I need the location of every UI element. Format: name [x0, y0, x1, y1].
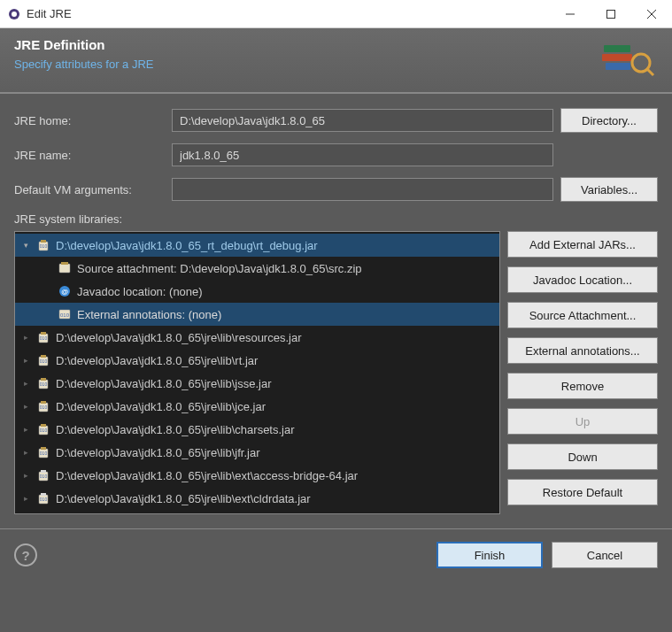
expand-icon[interactable]: ▸ — [20, 378, 31, 389]
jar-icon: 010 — [36, 422, 50, 436]
minimize-button[interactable] — [550, 0, 591, 28]
jre-name-input[interactable] — [172, 143, 553, 166]
cancel-button[interactable]: Cancel — [552, 542, 658, 568]
tree-jar-item[interactable]: ▸010D:\develop\Java\jdk1.8.0_65\jre\lib\… — [15, 372, 499, 395]
tree-child-item[interactable]: Source attachment: D:\develop\Java\jdk1.… — [15, 257, 499, 280]
vm-args-input[interactable] — [172, 178, 553, 201]
libs-buttons: Add External JARs... Javadoc Location...… — [507, 231, 658, 514]
svg-rect-42 — [41, 493, 46, 496]
tree-jar-item[interactable]: ▾010D:\develop\Java\jdk1.8.0_65_rt_debug… — [15, 234, 499, 257]
jar-icon: 010 — [36, 353, 50, 367]
tree-item-label: D:\develop\Java\jdk1.8.0_65\jre\lib\char… — [56, 423, 499, 436]
expand-icon[interactable]: ▸ — [20, 470, 31, 481]
svg-rect-27 — [41, 378, 46, 381]
svg-text:010: 010 — [40, 358, 48, 364]
dialog-title: JRE Definition — [14, 37, 596, 52]
close-button[interactable] — [631, 0, 672, 28]
jre-home-input[interactable] — [172, 109, 553, 132]
tree-item-label: Source attachment: D:\develop\Java\jdk1.… — [77, 262, 499, 275]
dialog-subtitle: Specify attributes for a JRE — [14, 58, 596, 71]
add-external-jars-button[interactable]: Add External JARs... — [507, 231, 658, 258]
expand-icon[interactable]: ▸ — [20, 401, 31, 412]
tree-item-label: Javadoc location: (none) — [77, 285, 499, 298]
jar-icon: 010 — [36, 399, 50, 413]
svg-rect-14 — [59, 264, 70, 273]
svg-rect-21 — [41, 332, 46, 335]
svg-line-10 — [646, 68, 653, 75]
tree-item-label: D:\develop\Java\jdk1.8.0_65\jre\lib\jsse… — [56, 377, 499, 390]
svg-rect-30 — [41, 401, 46, 404]
external-annotations-button[interactable]: External annotations... — [507, 337, 658, 364]
down-button[interactable]: Down — [507, 443, 658, 470]
expand-icon[interactable]: ▸ — [20, 493, 31, 504]
jar-icon: 010 — [36, 238, 50, 252]
finish-button[interactable]: Finish — [436, 542, 543, 568]
annotation-icon: 010 — [58, 307, 72, 321]
svg-text:010: 010 — [40, 497, 48, 502]
app-icon — [7, 7, 21, 21]
svg-rect-3 — [607, 10, 615, 18]
svg-point-1 — [12, 12, 17, 17]
vm-args-label: Default VM arguments: — [14, 183, 165, 197]
tree-jar-item[interactable]: ▸010D:\develop\Java\jdk1.8.0_65\jre\lib\… — [15, 464, 499, 487]
svg-rect-33 — [41, 424, 46, 427]
svg-text:010: 010 — [40, 428, 48, 433]
svg-text:010: 010 — [60, 312, 70, 318]
jar-icon: 010 — [36, 376, 50, 390]
source-icon — [58, 261, 72, 275]
maximize-button[interactable] — [591, 0, 631, 28]
tree-jar-item[interactable]: ▸010D:\develop\Java\jdk1.8.0_65\jre\lib\… — [15, 441, 499, 464]
jre-name-row: JRE name: — [14, 143, 658, 166]
tree-jar-item[interactable]: ▸010D:\develop\Java\jdk1.8.0_65\jre\lib\… — [15, 487, 499, 510]
expand-icon[interactable]: ▸ — [20, 424, 31, 435]
svg-rect-15 — [61, 262, 68, 265]
tree-item-label: External annotations: (none) — [77, 308, 499, 321]
tree-child-item[interactable]: 010External annotations: (none) — [15, 303, 499, 326]
tree-jar-item[interactable]: ▸010D:\develop\Java\jdk1.8.0_65\jre\lib\… — [15, 349, 499, 372]
libs-tree[interactable]: ▾010D:\develop\Java\jdk1.8.0_65_rt_debug… — [14, 231, 500, 514]
window-title: Edit JRE — [27, 7, 550, 20]
tree-child-item[interactable]: @Javadoc location: (none) — [15, 280, 499, 303]
tree-jar-item[interactable]: ▸010D:\develop\Java\jdk1.8.0_65\jre\lib\… — [15, 326, 499, 349]
svg-rect-12 — [41, 240, 46, 243]
up-button[interactable]: Up — [507, 408, 658, 435]
restore-default-button[interactable]: Restore Default — [507, 479, 658, 505]
jar-icon: 010 — [36, 468, 50, 482]
form-area: JRE home: Directory... JRE name: Default… — [0, 94, 672, 528]
javadoc-icon: @ — [58, 284, 72, 298]
tree-item-label: D:\develop\Java\jdk1.8.0_65\jre\lib\reso… — [56, 331, 499, 344]
expand-icon[interactable]: ▸ — [20, 332, 31, 343]
help-icon[interactable]: ? — [14, 543, 37, 566]
dialog-footer: ? Finish Cancel — [0, 528, 672, 581]
svg-text:010: 010 — [40, 335, 48, 341]
svg-text:010: 010 — [40, 451, 48, 456]
libs-area: ▾010D:\develop\Java\jdk1.8.0_65_rt_debug… — [14, 231, 658, 514]
jar-icon: 010 — [36, 330, 50, 344]
vm-args-row: Default VM arguments: Variables... — [14, 177, 658, 202]
jre-home-label: JRE home: — [14, 114, 165, 127]
dialog-header: JRE Definition Specify attributes for a … — [0, 28, 672, 94]
svg-rect-7 — [602, 54, 632, 61]
remove-button[interactable]: Remove — [507, 373, 658, 399]
source-attachment-button[interactable]: Source Attachment... — [507, 302, 658, 328]
tree-item-label: D:\develop\Java\jdk1.8.0_65\jre\lib\ext\… — [56, 469, 499, 482]
tree-item-label: D:\develop\Java\jdk1.8.0_65\jre\lib\jce.… — [56, 400, 499, 413]
svg-text:@: @ — [61, 288, 68, 296]
expand-icon[interactable]: ▸ — [20, 355, 31, 366]
jre-home-row: JRE home: Directory... — [14, 108, 658, 133]
window-titlebar: Edit JRE — [0, 0, 672, 28]
svg-rect-24 — [41, 355, 46, 358]
tree-jar-item[interactable]: ▸010D:\develop\Java\jdk1.8.0_65\jre\lib\… — [15, 418, 499, 441]
jar-icon: 010 — [36, 445, 50, 459]
collapse-icon[interactable]: ▾ — [20, 240, 31, 250]
expand-icon[interactable]: ▸ — [20, 447, 31, 458]
tree-jar-item[interactable]: ▸010D:\develop\Java\jdk1.8.0_65\jre\lib\… — [15, 395, 499, 418]
window-controls — [550, 0, 672, 28]
directory-button[interactable]: Directory... — [560, 108, 658, 133]
javadoc-location-button[interactable]: Javadoc Location... — [507, 266, 658, 293]
jar-icon: 010 — [36, 491, 50, 505]
tree-item-label: D:\develop\Java\jdk1.8.0_65_rt_debug\rt_… — [56, 239, 499, 252]
variables-button[interactable]: Variables... — [560, 177, 658, 202]
libs-label: JRE system libraries: — [14, 212, 658, 226]
tree-item-label: D:\develop\Java\jdk1.8.0_65\jre\lib\rt.j… — [56, 354, 499, 367]
